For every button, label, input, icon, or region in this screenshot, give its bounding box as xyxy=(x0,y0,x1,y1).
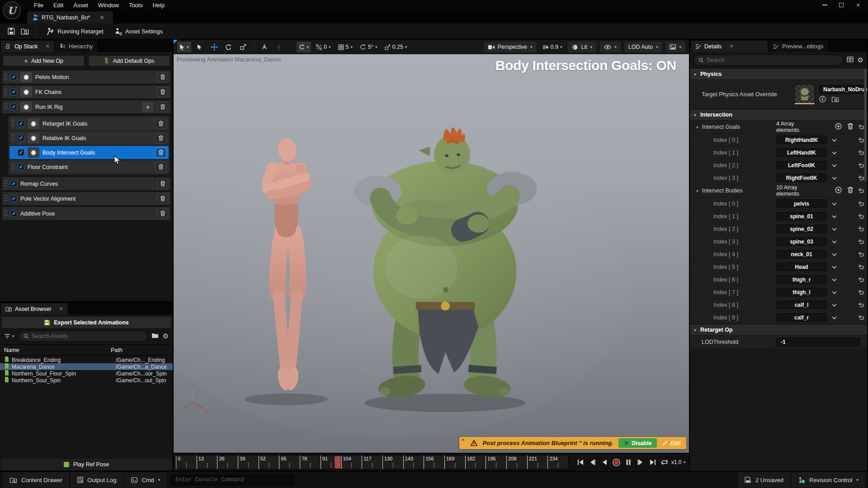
delete-op-button[interactable] xyxy=(157,209,168,219)
chevron-down-icon[interactable] xyxy=(832,239,837,245)
drag-handle-icon[interactable] xyxy=(12,120,14,128)
reset-to-default-icon[interactable] xyxy=(854,299,867,311)
menu-item-help[interactable]: Help xyxy=(147,1,170,9)
delete-op-button[interactable] xyxy=(157,179,168,189)
delete-op-button[interactable] xyxy=(157,87,168,97)
disable-button[interactable]: ✕ Disable xyxy=(618,438,657,448)
asset-table-header[interactable]: Name Path xyxy=(0,344,173,356)
array-value-dropdown[interactable]: RightFootIK xyxy=(776,174,827,182)
array-value-dropdown[interactable]: neck_01 xyxy=(776,250,827,258)
op-enabled-checkbox[interactable]: ✓ xyxy=(18,120,24,127)
chevron-down-icon[interactable] xyxy=(832,302,837,308)
settings-gear-icon[interactable]: ⚙ xyxy=(163,332,169,340)
op-row[interactable]: ✓Pole Vector Alignment xyxy=(2,192,170,205)
record-button[interactable] xyxy=(611,456,622,468)
drag-handle-icon[interactable] xyxy=(5,195,7,203)
loop-button[interactable] xyxy=(659,456,670,468)
column-name[interactable]: Name xyxy=(4,347,111,353)
play-reverse-button[interactable] xyxy=(599,456,610,468)
tab-hierarchy[interactable]: Hierarchy xyxy=(55,41,98,52)
save-button[interactable] xyxy=(5,25,18,38)
chevron-down-icon[interactable] xyxy=(832,213,837,220)
timeline-tick[interactable]: 221 xyxy=(527,455,548,469)
export-selected-animations-button[interactable]: Export Selected Animations xyxy=(2,317,171,328)
op-settings-icon[interactable] xyxy=(28,118,39,129)
timeline-tick[interactable]: 78 xyxy=(300,455,321,469)
add-array-element-icon[interactable] xyxy=(835,123,842,131)
delete-op-button[interactable] xyxy=(155,162,166,172)
delete-op-button[interactable] xyxy=(155,119,166,129)
reset-to-default-icon[interactable] xyxy=(854,235,867,248)
asset-search-input[interactable] xyxy=(32,333,142,339)
details-close-icon[interactable]: ✕ xyxy=(729,43,733,49)
intersect-bodies-header-row[interactable]: ▾Intersect Bodies10 Array elements xyxy=(690,184,867,197)
surface-snapping-button[interactable]: 0▾ xyxy=(314,42,333,52)
op-settings-icon[interactable] xyxy=(28,133,39,143)
array-value-dropdown[interactable]: spine_01 xyxy=(776,212,827,221)
array-value-dropdown[interactable]: pelvis xyxy=(776,199,827,208)
timeline-tick[interactable]: 130 xyxy=(382,455,403,469)
op-row[interactable]: ✓Floor Constraint xyxy=(9,160,169,174)
camera-speed-button[interactable]: 0.9▾ xyxy=(540,42,565,52)
menu-item-tools[interactable]: Tools xyxy=(124,1,147,9)
op-enabled-checkbox[interactable]: ✓ xyxy=(10,103,17,110)
timeline-tick[interactable]: 104 xyxy=(341,455,362,469)
timeline-tick[interactable]: 182 xyxy=(465,455,486,469)
edit-button[interactable]: Edit xyxy=(662,440,681,446)
timeline-tick[interactable]: 156 xyxy=(424,455,444,469)
add-default-ops-button[interactable]: Add Default Ops xyxy=(88,55,170,66)
maximize-icon[interactable] xyxy=(839,3,844,7)
revision-control-dropdown[interactable]: Revision Control▾ xyxy=(792,472,865,488)
drag-handle-icon[interactable] xyxy=(5,103,7,111)
reset-to-default-icon[interactable] xyxy=(854,184,867,197)
array-value-dropdown[interactable]: calf_l xyxy=(776,300,827,309)
drag-handle-icon[interactable] xyxy=(5,210,7,218)
chevron-down-icon[interactable] xyxy=(832,264,837,270)
chevron-down-icon[interactable] xyxy=(832,150,837,156)
clear-array-icon[interactable] xyxy=(847,123,854,131)
delete-op-button[interactable] xyxy=(155,133,166,143)
reset-to-default-icon[interactable] xyxy=(854,261,867,273)
notification-close-icon[interactable]: ✕ xyxy=(461,437,465,442)
property-matrix-icon[interactable] xyxy=(847,56,854,64)
filter-icon[interactable]: ▾ xyxy=(4,333,14,339)
timeline-ruler[interactable]: 0132639526578911041171301431561691821952… xyxy=(175,455,569,469)
op-row[interactable]: ✓Run IK Rig+ xyxy=(2,100,170,113)
chevron-down-icon[interactable] xyxy=(832,277,837,283)
op-row[interactable]: ✓Additive Pose xyxy=(2,207,170,220)
delete-op-button[interactable] xyxy=(155,148,166,158)
delete-op-button[interactable] xyxy=(157,102,168,112)
timeline-tick[interactable]: 39 xyxy=(238,455,259,469)
unsaved-button[interactable]: 2 Unsaved xyxy=(738,472,790,488)
reset-to-default-icon[interactable] xyxy=(854,223,867,235)
tab-close-icon[interactable]: ✕ xyxy=(99,14,104,21)
op-settings-icon[interactable] xyxy=(20,87,32,97)
op-row[interactable]: ✓Remap Curves xyxy=(2,177,170,190)
reset-to-default-icon[interactable] xyxy=(860,336,867,348)
array-value-dropdown[interactable]: LeftFootIK xyxy=(776,161,827,169)
op-settings-icon[interactable] xyxy=(28,147,39,158)
details-search-box[interactable] xyxy=(693,55,843,66)
timeline-tick[interactable]: 13 xyxy=(197,455,217,469)
lod-threshold-input[interactable]: -1 xyxy=(776,338,860,347)
close-icon[interactable]: ✕ xyxy=(855,2,861,8)
folder-icon[interactable] xyxy=(151,333,159,340)
reset-to-default-icon[interactable] xyxy=(854,286,867,298)
op-enabled-checkbox[interactable]: ✓ xyxy=(10,195,17,202)
chevron-down-icon[interactable] xyxy=(832,226,837,232)
drag-handle-icon[interactable] xyxy=(12,134,14,142)
go-to-front-button[interactable] xyxy=(575,456,586,468)
add-child-op-button[interactable]: + xyxy=(142,102,154,112)
chevron-down-icon[interactable] xyxy=(832,175,837,181)
select-tool-button[interactable] xyxy=(194,42,206,52)
array-value-dropdown[interactable]: thigh_r xyxy=(776,275,827,284)
more-options-icon[interactable]: ⋮ xyxy=(273,42,285,52)
pause-button[interactable] xyxy=(623,456,634,468)
use-selected-asset-icon[interactable] xyxy=(819,96,826,104)
op-row[interactable]: ✓FK Chains xyxy=(2,85,170,99)
section-intersection[interactable]: ▾Intersection xyxy=(690,109,867,121)
delete-op-button[interactable] xyxy=(157,72,168,82)
details-scrollbar[interactable] xyxy=(864,69,867,182)
op-enabled-checkbox[interactable]: ✓ xyxy=(10,180,17,187)
op-stack-close-icon[interactable]: ✕ xyxy=(45,43,49,49)
